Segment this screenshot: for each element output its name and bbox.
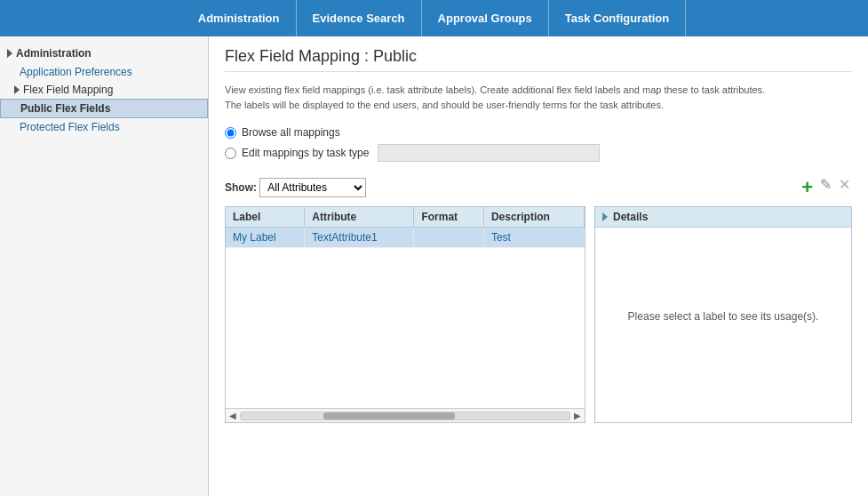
cell-format: [414, 228, 484, 248]
nav-approval-groups[interactable]: Approval Groups: [422, 0, 549, 36]
show-label: Show:: [225, 181, 257, 194]
details-placeholder-text: Please select a label to see its usage(s…: [628, 310, 819, 323]
description: View existing flex field mappings (i.e. …: [225, 83, 852, 112]
content-area: Flex Field Mapping : Public View existin…: [209, 36, 868, 496]
col-attribute: Attribute: [305, 207, 414, 228]
cell-label: My Label: [226, 228, 305, 248]
scrollbar-thumb: [323, 412, 455, 420]
table-row[interactable]: My Label TextAttribute1 Test: [226, 228, 585, 248]
sidebar-item-app-prefs[interactable]: Application Preferences: [0, 63, 208, 81]
header: Administration Evidence Search Approval …: [0, 0, 868, 36]
cell-attribute: TextAttribute1: [305, 228, 414, 248]
browse-radio-row: Browse all mappings: [225, 126, 852, 139]
scrollbar-track: [240, 412, 570, 420]
nav-administration[interactable]: Administration: [182, 0, 297, 36]
edit-by-task-label: Edit mappings by task type: [242, 147, 369, 159]
cell-description: Test: [483, 228, 584, 248]
sidebar: Administration Application Preferences F…: [0, 36, 209, 496]
details-title: Details: [613, 211, 648, 223]
browse-all-radio[interactable]: [225, 127, 236, 139]
toolbar-icons: + ✎ ✕: [800, 176, 852, 199]
table-and-details: Label Attribute Format Description My La…: [225, 206, 852, 423]
col-description: Description: [483, 207, 584, 228]
mapping-table: Label Attribute Format Description My La…: [226, 207, 585, 248]
task-type-input[interactable]: [378, 144, 600, 162]
sidebar-title: Administration: [0, 44, 208, 63]
scroll-right-arrow[interactable]: ▶: [574, 411, 581, 420]
edit-radio-row: Edit mappings by task type: [225, 144, 852, 162]
edit-mapping-button[interactable]: ✎: [818, 176, 833, 199]
mapping-table-container: Label Attribute Format Description My La…: [225, 206, 585, 423]
add-mapping-button[interactable]: +: [800, 176, 815, 199]
col-label: Label: [226, 207, 305, 228]
details-body: Please select a label to see its usage(s…: [595, 228, 851, 405]
main-layout: Administration Application Preferences F…: [0, 36, 868, 496]
delete-mapping-button[interactable]: ✕: [837, 176, 852, 199]
radio-group: Browse all mappings Edit mappings by tas…: [225, 126, 852, 162]
show-select[interactable]: All Attributes: [259, 178, 366, 197]
browse-all-label: Browse all mappings: [242, 126, 340, 139]
sidebar-item-public-flex[interactable]: Public Flex Fields: [0, 99, 208, 118]
sidebar-collapse-icon: [7, 49, 12, 58]
page-title: Flex Field Mapping : Public: [225, 47, 852, 72]
details-collapse-icon: [602, 212, 608, 221]
horizontal-scrollbar[interactable]: ◀ ▶: [226, 408, 585, 422]
flex-field-collapse-icon: [14, 85, 20, 94]
edit-by-task-radio[interactable]: [225, 148, 236, 159]
details-header: Details: [595, 207, 851, 228]
sidebar-item-protected-flex[interactable]: Protected Flex Fields: [0, 118, 208, 136]
scroll-left-arrow[interactable]: ◀: [229, 411, 236, 420]
nav-task-configuration[interactable]: Task Configuration: [549, 0, 686, 36]
details-panel: Details Please select a label to see its…: [594, 206, 852, 423]
table-header-row: Label Attribute Format Description: [226, 207, 585, 228]
col-format: Format: [414, 207, 484, 228]
nav-evidence-search[interactable]: Evidence Search: [297, 0, 422, 36]
sidebar-section-flex-field[interactable]: Flex Field Mapping: [0, 81, 208, 99]
controls-row: Show: All Attributes + ✎ ✕: [225, 176, 852, 199]
